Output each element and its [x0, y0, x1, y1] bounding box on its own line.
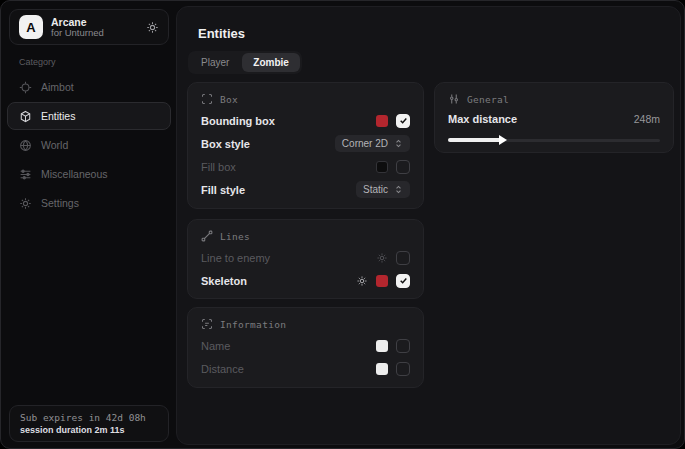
max-distance-value: 248m	[634, 113, 660, 125]
sidebar-item-label: Settings	[41, 197, 79, 209]
general-card-header: General	[448, 93, 660, 105]
app-window: A Arcane for Unturned Category A	[0, 0, 685, 449]
brand-text: Arcane for Unturned	[51, 16, 104, 39]
sidebar-item-entities[interactable]: Entities	[7, 102, 171, 130]
sub-expiry-text: Sub expires in 42d 08h	[20, 412, 158, 423]
brand-card: A Arcane for Unturned	[9, 9, 169, 45]
sidebar-item-label: Entities	[41, 110, 75, 122]
sidebar-item-label: World	[41, 139, 68, 151]
setting-row-box-style: Box style Corner 2D	[201, 132, 410, 155]
max-distance-slider[interactable]	[448, 136, 660, 144]
color-swatch[interactable]	[376, 161, 388, 173]
setting-row-name: Name	[201, 334, 410, 357]
color-swatch[interactable]	[376, 340, 388, 352]
box-card: Box Bounding box Box style Corner 2D	[187, 82, 424, 209]
subscription-status-card: Sub expires in 42d 08h session duration …	[9, 405, 169, 442]
skeleton-checkbox[interactable]	[396, 274, 410, 288]
card-title: Information	[220, 319, 286, 330]
line-to-enemy-checkbox[interactable]	[396, 251, 410, 265]
globe-icon	[19, 139, 32, 152]
fill-box-checkbox[interactable]	[396, 160, 410, 174]
card-title: Lines	[220, 231, 250, 242]
sidebar-item-aimbot[interactable]: Aimbot	[7, 73, 171, 101]
sidebar-item-label: Aimbot	[41, 81, 74, 93]
cube-icon	[19, 110, 32, 123]
corners-icon	[201, 93, 213, 105]
sidebar-item-settings[interactable]: Settings	[7, 189, 171, 217]
sliders-icon	[19, 168, 32, 181]
sidebar-nav: Aimbot Entities World	[7, 73, 171, 217]
lines-card: Lines Line to enemy Skeleton	[187, 219, 424, 299]
card-title: Box	[220, 94, 238, 105]
gear-icon[interactable]	[356, 275, 368, 287]
vertical-sliders-icon	[448, 93, 460, 105]
color-swatch[interactable]	[376, 275, 388, 287]
tab-zombie[interactable]: Zombie	[242, 53, 300, 72]
setting-row-fill-style: Fill style Static	[201, 178, 410, 201]
category-label: Category	[19, 57, 56, 67]
sidebar-item-label: Miscellaneous	[41, 168, 108, 180]
app-logo: A	[19, 15, 43, 39]
tab-player[interactable]: Player	[190, 53, 240, 72]
bounding-box-checkbox[interactable]	[396, 114, 410, 128]
sidebar-item-miscellaneous[interactable]: Miscellaneous	[7, 160, 171, 188]
lines-card-header: Lines	[201, 230, 410, 242]
box-card-header: Box	[201, 93, 410, 105]
diagonal-line-icon	[201, 230, 213, 242]
page-title: Entities	[198, 26, 245, 41]
scan-text-icon	[201, 318, 213, 330]
slider-thumb[interactable]	[499, 135, 507, 145]
gear-icon	[19, 197, 32, 210]
setting-row-skeleton: Skeleton	[201, 269, 410, 292]
sidebar: A Arcane for Unturned Category A	[1, 1, 176, 448]
main-panel: Entities Player Zombie Box Bounding box	[176, 6, 681, 445]
card-title: General	[467, 94, 509, 105]
app-name: Arcane	[51, 16, 104, 28]
color-swatch[interactable]	[376, 363, 388, 375]
name-checkbox[interactable]	[396, 339, 410, 353]
max-distance-fill	[448, 138, 501, 142]
setting-row-bounding-box: Bounding box	[201, 109, 410, 132]
gear-icon[interactable]	[146, 21, 159, 34]
gear-icon[interactable]	[376, 252, 388, 264]
setting-row-distance: Distance	[201, 357, 410, 380]
color-swatch[interactable]	[376, 115, 388, 127]
setting-row-max-distance: Max distance 248m	[448, 109, 660, 129]
distance-checkbox[interactable]	[396, 362, 410, 376]
crosshair-icon	[19, 81, 32, 94]
app-subtitle: for Unturned	[51, 28, 104, 39]
entity-tabs: Player Zombie	[188, 51, 302, 74]
box-style-select[interactable]: Corner 2D	[335, 135, 410, 152]
chevrons-up-down-icon	[394, 185, 403, 194]
setting-row-fill-box: Fill box	[201, 155, 410, 178]
information-card-header: Information	[201, 318, 410, 330]
general-card: General Max distance 248m	[434, 82, 674, 153]
chevrons-up-down-icon	[394, 139, 403, 148]
session-duration-text: session duration 2m 11s	[20, 425, 158, 435]
setting-row-line-to-enemy: Line to enemy	[201, 246, 410, 269]
fill-style-select[interactable]: Static	[356, 181, 410, 198]
information-card: Information Name Distance	[187, 307, 424, 388]
sidebar-item-world[interactable]: World	[7, 131, 171, 159]
